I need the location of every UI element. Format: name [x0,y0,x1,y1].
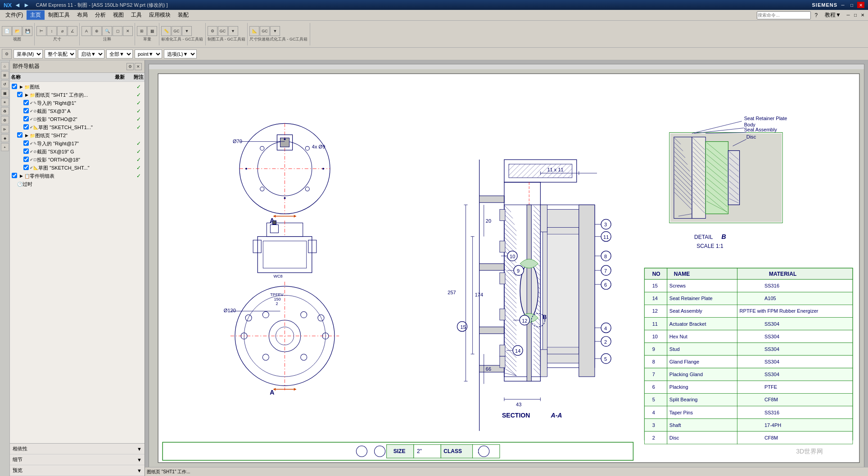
nav-process[interactable]: ⊳ [1,125,9,133]
preview-expand[interactable]: ▼ [137,468,142,473]
all-select[interactable]: 全部▼ [106,49,133,58]
menu-analysis[interactable]: 分析 [91,10,109,20]
tb-ann2[interactable]: ⊕ [92,26,102,36]
menu-home[interactable]: 主页 [27,10,45,20]
nav-history[interactable]: ↺ [1,80,9,88]
tb-dim4[interactable]: ∠ [68,26,77,36]
tb-ann3[interactable]: 🔍 [102,26,112,36]
tb-ann4[interactable]: ◻ [113,26,122,36]
tree-check-right1[interactable] [23,100,30,106]
tb-ann5[interactable]: ✕ [123,26,133,36]
nav-home[interactable]: ⌂ [1,62,9,70]
tree-check-sx3[interactable] [23,108,30,114]
help-icon[interactable]: ? [811,11,821,19]
tb-sz1[interactable]: 📐 [249,26,259,36]
tb-dim2[interactable]: ↕ [47,26,57,36]
tree-item-sketch-sht2[interactable]: ✔📐 草图 "SKETCH_SHT..." ✓ [11,164,144,172]
panel-maximize[interactable]: □ [852,12,859,18]
title-nav-back[interactable]: ◄ [14,1,21,9]
close-button[interactable]: ✕ [857,2,864,8]
detail-expand[interactable]: ▼ [137,457,142,463]
tb-save[interactable]: 💾 [23,26,32,36]
search-input[interactable] [757,11,811,19]
tb-sz3[interactable]: ▼ [270,26,280,36]
tb-mf1[interactable]: ⚙ [208,26,217,36]
startup-select[interactable]: 启动▼ [78,49,104,58]
nav-layer[interactable]: ▦ [1,89,9,97]
parts-panel-settings[interactable]: ⚙ [127,63,134,70]
nav-reuse[interactable]: ♻ [1,107,9,115]
nav-something[interactable]: ◈ [1,134,9,142]
tree-check-sht2[interactable] [17,132,23,139]
parts-navigator-panel: 部件导航器 ⚙ ✕ 名称 最新 附注 ▶ 📁 图纸 ✓ [10,60,145,476]
detail-section[interactable]: 细节 ▼ [10,454,145,465]
dependency-expand[interactable]: ▼ [137,446,142,452]
tb-view1[interactable]: ⊞ [137,26,147,36]
tree-item-ortho18[interactable]: ✔⊡ 投影 "ORTHO@18" ✓ [11,156,144,164]
dependency-section[interactable]: 相依性 ▼ [10,444,145,454]
tree-check[interactable] [12,84,18,90]
tree-check-bom[interactable] [12,173,18,179]
tb-std1[interactable]: 📏 [161,26,171,36]
menu-app-modules[interactable]: 应用模块 [145,10,174,20]
menu-tools[interactable]: 工具 [127,10,145,20]
menu-drawing-tools[interactable]: 制图工具 [45,10,73,20]
tb-dim1[interactable]: ⊢ [36,26,46,36]
tree-check-ortho2[interactable] [23,116,30,122]
nav-more[interactable]: + [1,143,9,151]
svg-rect-345 [737,393,853,406]
tb-std2[interactable]: GC [172,26,181,36]
tree-check-sht1[interactable] [17,92,23,98]
tb-mf2[interactable]: GC [218,26,228,36]
maximize-button[interactable]: □ [848,2,855,8]
panel-minimize[interactable]: ─ [845,12,852,18]
tree-item-sx19[interactable]: ✔⊘ 截面 "SX@19" G ✓ [11,148,144,156]
drawing-area[interactable]: Ø70 4x Ø9 A A WC8 TPFEV [145,60,868,476]
drawing-canvas: Ø70 4x Ø9 A A WC8 TPFEV [149,64,864,472]
tree-check-sketch-sht2[interactable] [23,165,30,171]
tb-view2[interactable]: ▦ [147,26,157,36]
minimize-button[interactable]: ─ [839,2,846,8]
tb-std3[interactable]: ▼ [182,26,192,36]
panel-close[interactable]: ✕ [859,12,866,18]
tb-sz2[interactable]: GC [260,26,270,36]
tree-item-drawings[interactable]: ▶ 📁 图纸 ✓ [11,83,144,91]
settings-icon[interactable]: ⚙ [2,49,12,59]
tree-badge-right1: ✓ [136,100,143,106]
svg-rect-349 [645,406,667,419]
menu-view[interactable]: 视图 [109,10,127,20]
tree-check-ortho18[interactable] [23,157,30,163]
tree-check-sx19[interactable] [23,148,30,155]
tree-check-right17[interactable] [23,140,30,147]
tree-item-outdated[interactable]: 🕐 过时 [11,180,144,188]
tree-check-sketch-sht1[interactable] [23,124,30,130]
point-select[interactable]: point▼ [135,49,162,58]
menu-file[interactable]: 文件(F) [2,10,27,20]
tb-mf3[interactable]: ▼ [228,26,238,36]
nav-assembly[interactable]: ⊞ [1,71,9,79]
menu-dropdown[interactable]: 菜单(M) [14,49,43,58]
tutorials-link[interactable]: 教程▼ [821,10,845,20]
tree-item-sht1[interactable]: ▶ 📁 图纸页 "SHT1" 工作的... ✓ [11,91,144,99]
tree-item-right17[interactable]: ✔✎ 导入的 "Right@17" ✓ [11,139,144,148]
menu-assembly[interactable]: 装配 [174,10,192,20]
svg-point-13 [284,197,286,199]
tree-item-sketch-sht1[interactable]: ✔📐 草图 "SKETCH_SHT1..." ✓ [11,123,144,131]
tb-new[interactable]: 📄 [2,26,12,36]
parts-panel-close[interactable]: ✕ [135,63,142,70]
menu-layout[interactable]: 布局 [73,10,91,20]
nav-props[interactable]: ≡ [1,98,9,106]
tree-item-bom[interactable]: ▶ 📋 零件明细表 ✓ [11,172,144,180]
options-select[interactable]: 选项(L)▼ [164,49,197,58]
tb-dim3[interactable]: ⌀ [57,26,67,36]
nav-system[interactable]: ⚙ [1,116,9,124]
preview-section[interactable]: 预览 ▼ [10,465,145,476]
tree-item-sht2[interactable]: ▶ 📁 图纸页 "SHT2" [11,131,144,139]
assembly-select[interactable]: 整个装配 [45,49,76,58]
tree-item-sx3[interactable]: ✔⊘ 截面 "SX@3" A ✓ [11,107,144,115]
tb-ann1[interactable]: A [81,26,91,36]
title-nav-fwd[interactable]: ► [23,1,30,9]
tb-open[interactable]: 📂 [12,26,22,36]
tree-item-ortho2[interactable]: ✔⊡ 投影 "ORTHO@2" ✓ [11,115,144,123]
tree-item-right1[interactable]: ✔✎ 导入的 "Right@1" ✓ [11,99,144,107]
